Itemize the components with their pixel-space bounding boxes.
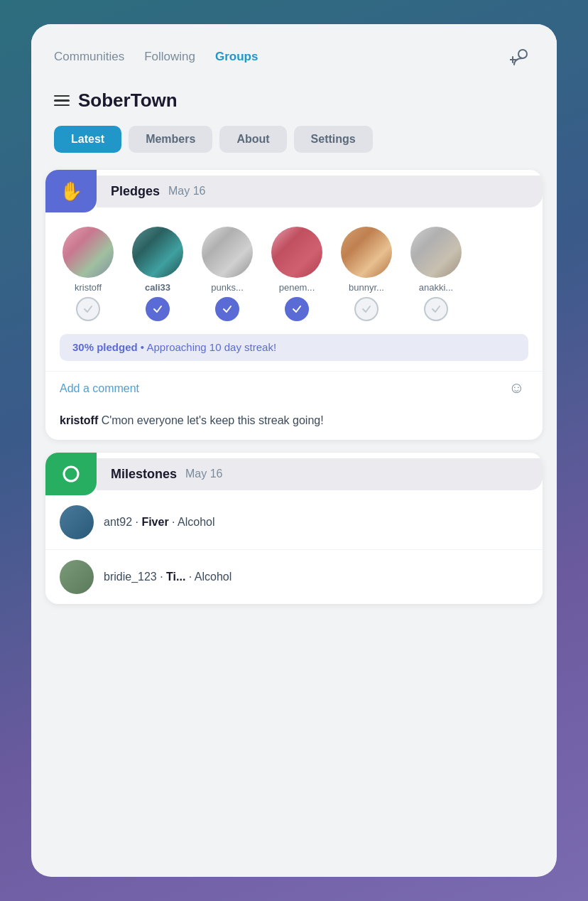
- pledge-streak: • Approaching 10 day streak!: [138, 341, 276, 353]
- pledge-member-penem: penem...: [268, 227, 325, 321]
- check-punks[interactable]: [215, 297, 239, 321]
- tab-latest[interactable]: Latest: [54, 126, 121, 153]
- tab-about[interactable]: About: [219, 126, 286, 153]
- milestones-icon: [45, 453, 97, 495]
- comment-body: C'mon everyone let's keep this streak go…: [98, 414, 323, 426]
- avatar-bridie[interactable]: [60, 560, 94, 594]
- pledge-member-punks: punks...: [199, 227, 256, 321]
- content-area: ✋ Pledges May 16 kristoff: [31, 170, 557, 604]
- pledge-member-anakki: anakki...: [408, 227, 464, 321]
- menu-icon[interactable]: [54, 95, 70, 107]
- pledge-member-bunnyr: bunnyr...: [338, 227, 395, 321]
- milestone-label-ant92: Fiver: [141, 516, 168, 528]
- tab-members[interactable]: Members: [129, 126, 212, 153]
- tab-settings[interactable]: Settings: [294, 126, 373, 153]
- milestones-header: Milestones May 16: [45, 453, 543, 495]
- comment-row: kristoff C'mon everyone let's keep this …: [45, 407, 543, 440]
- pledge-status-bar: 30% pledged • Approaching 10 day streak!: [60, 334, 528, 361]
- pledges-icon: ✋: [45, 170, 97, 212]
- add-comment-row: Add a comment ☺: [45, 371, 543, 407]
- milestones-date: May 16: [185, 468, 222, 480]
- top-nav: Communities Following Groups: [31, 24, 557, 84]
- milestones-type-label: Milestones: [111, 467, 177, 482]
- milestones-meta: Milestones May 16: [97, 458, 543, 490]
- avatar-bunnyr[interactable]: [341, 227, 392, 278]
- emoji-icon[interactable]: ☺: [508, 379, 528, 399]
- pledges-header: ✋ Pledges May 16: [45, 170, 543, 212]
- check-kristoff[interactable]: [76, 297, 100, 321]
- pledges-card: ✋ Pledges May 16 kristoff: [45, 170, 543, 440]
- milestone-category-ant92: Alcohol: [178, 516, 214, 528]
- milestone-item-ant92: ant92 · Fiver · Alcohol: [45, 495, 543, 550]
- milestone-label-bridie: Ti...: [166, 571, 185, 583]
- tab-groups[interactable]: Groups: [215, 50, 258, 64]
- milestone-info-bridie: bridie_123 · Ti... · Alcohol: [104, 571, 232, 583]
- comment-author: kristoff: [60, 414, 98, 426]
- check-penem[interactable]: [285, 297, 309, 321]
- group-title: SoberTown: [78, 90, 178, 112]
- add-comment-button[interactable]: Add a comment: [60, 382, 139, 395]
- avatar-cali33[interactable]: [132, 227, 183, 278]
- member-name-cali33: cali33: [145, 282, 170, 293]
- avatar-punks[interactable]: [202, 227, 253, 278]
- pledge-percent: 30% pledged: [72, 341, 138, 353]
- add-person-icon[interactable]: [508, 44, 534, 70]
- sub-tabs: Latest Members About Settings: [31, 126, 557, 170]
- tab-communities[interactable]: Communities: [54, 50, 124, 64]
- pledge-member-cali33: cali33: [129, 227, 186, 321]
- check-anakki[interactable]: [424, 297, 448, 321]
- member-name-bunnyr: bunnyr...: [349, 282, 384, 293]
- milestone-category-bridie: Alcohol: [195, 571, 232, 583]
- tab-following[interactable]: Following: [144, 50, 195, 64]
- svg-point-0: [518, 50, 527, 58]
- group-header: SoberTown: [31, 84, 557, 126]
- milestone-item-bridie: bridie_123 · Ti... · Alcohol: [45, 550, 543, 604]
- member-name-punks: punks...: [211, 282, 244, 293]
- milestone-info-ant92: ant92 · Fiver · Alcohol: [104, 516, 215, 529]
- avatar-ant92[interactable]: [60, 505, 94, 539]
- pledges-meta: Pledges May 16: [97, 176, 543, 207]
- pledge-member-kristoff: kristoff: [60, 227, 116, 321]
- avatar-penem[interactable]: [271, 227, 322, 278]
- member-name-penem: penem...: [279, 282, 315, 293]
- member-name-anakki: anakki...: [419, 282, 453, 293]
- check-cali33[interactable]: [146, 297, 170, 321]
- pledges-members: kristoff cali33 punks...: [45, 212, 543, 328]
- avatar-anakki[interactable]: [410, 227, 462, 278]
- member-name-kristoff: kristoff: [75, 282, 102, 293]
- pledge-status-text: 30% pledged • Approaching 10 day streak!: [72, 341, 276, 353]
- main-card: Communities Following Groups SoberTown L…: [31, 24, 557, 877]
- pledges-type-label: Pledges: [111, 184, 160, 199]
- pledges-date: May 16: [168, 185, 205, 198]
- milestones-card: Milestones May 16 ant92 · Fiver · Alcoho…: [45, 453, 543, 604]
- svg-point-3: [64, 467, 78, 481]
- check-bunnyr[interactable]: [354, 297, 379, 321]
- avatar-kristoff[interactable]: [62, 227, 114, 278]
